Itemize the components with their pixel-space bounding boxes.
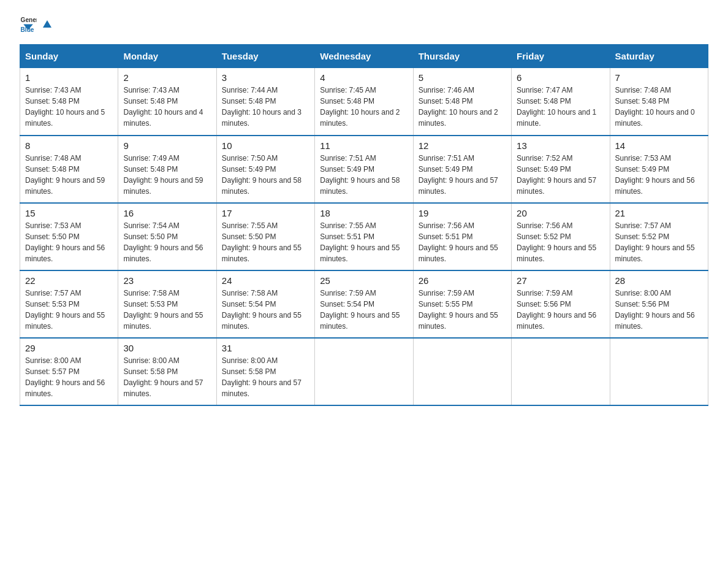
calendar-cell: 3Sunrise: 7:44 AMSunset: 5:48 PMDaylight… — [216, 68, 314, 136]
day-number: 21 — [615, 208, 703, 218]
column-header-sunday: Sunday — [20, 45, 118, 68]
logo-triangle-icon — [40, 17, 54, 30]
calendar-week-row: 8Sunrise: 7:48 AMSunset: 5:48 PMDaylight… — [20, 136, 708, 203]
calendar-cell: 20Sunrise: 7:56 AMSunset: 5:52 PMDayligh… — [512, 203, 610, 270]
day-info: Sunrise: 7:43 AMSunset: 5:48 PMDaylight:… — [123, 85, 211, 129]
day-info: Sunrise: 7:59 AMSunset: 5:55 PMDaylight:… — [419, 288, 506, 332]
calendar-week-row: 1Sunrise: 7:43 AMSunset: 5:48 PMDaylight… — [20, 68, 708, 136]
calendar-cell: 8Sunrise: 7:48 AMSunset: 5:48 PMDaylight… — [20, 136, 118, 203]
day-info: Sunrise: 7:43 AMSunset: 5:48 PMDaylight:… — [25, 85, 113, 129]
day-info: Sunrise: 7:46 AMSunset: 5:48 PMDaylight:… — [419, 85, 506, 129]
calendar-cell: 16Sunrise: 7:54 AMSunset: 5:50 PMDayligh… — [118, 203, 216, 270]
day-number: 11 — [320, 140, 408, 151]
day-number: 6 — [517, 72, 604, 83]
calendar-week-row: 22Sunrise: 7:57 AMSunset: 5:53 PMDayligh… — [20, 270, 708, 338]
day-number: 15 — [25, 208, 113, 218]
day-info: Sunrise: 7:49 AMSunset: 5:48 PMDaylight:… — [123, 153, 211, 197]
calendar-cell: 10Sunrise: 7:50 AMSunset: 5:49 PMDayligh… — [216, 136, 314, 203]
logo-icon: General Blue — [20, 15, 37, 32]
column-header-wednesday: Wednesday — [315, 45, 413, 68]
day-info: Sunrise: 7:50 AMSunset: 5:49 PMDaylight:… — [222, 153, 309, 197]
day-number: 14 — [615, 140, 703, 151]
calendar-cell: 13Sunrise: 7:52 AMSunset: 5:49 PMDayligh… — [512, 136, 610, 203]
day-number: 4 — [320, 72, 408, 83]
day-number: 22 — [25, 275, 113, 286]
day-info: Sunrise: 7:44 AMSunset: 5:48 PMDaylight:… — [222, 85, 309, 129]
day-number: 28 — [615, 275, 703, 286]
calendar-table: SundayMondayTuesdayWednesdayThursdayFrid… — [20, 44, 708, 406]
day-info: Sunrise: 7:56 AMSunset: 5:51 PMDaylight:… — [419, 220, 506, 264]
svg-text:Blue: Blue — [21, 26, 34, 32]
day-number: 29 — [25, 343, 113, 353]
day-number: 8 — [25, 140, 113, 151]
day-number: 24 — [222, 275, 309, 286]
calendar-cell: 25Sunrise: 7:59 AMSunset: 5:54 PMDayligh… — [315, 270, 413, 338]
calendar-cell: 5Sunrise: 7:46 AMSunset: 5:48 PMDaylight… — [413, 68, 511, 136]
day-info: Sunrise: 7:47 AMSunset: 5:48 PMDaylight:… — [517, 85, 604, 129]
column-header-thursday: Thursday — [413, 45, 511, 68]
day-number: 16 — [123, 208, 211, 218]
column-header-tuesday: Tuesday — [216, 45, 314, 68]
page-header: General Blue — [20, 15, 708, 32]
day-info: Sunrise: 7:54 AMSunset: 5:50 PMDaylight:… — [123, 220, 211, 264]
calendar-cell: 29Sunrise: 8:00 AMSunset: 5:57 PMDayligh… — [20, 338, 118, 405]
calendar-cell — [512, 338, 610, 405]
calendar-cell: 23Sunrise: 7:58 AMSunset: 5:53 PMDayligh… — [118, 270, 216, 338]
calendar-cell: 2Sunrise: 7:43 AMSunset: 5:48 PMDaylight… — [118, 68, 216, 136]
day-number: 2 — [123, 72, 211, 83]
calendar-cell: 7Sunrise: 7:48 AMSunset: 5:48 PMDaylight… — [610, 68, 708, 136]
calendar-cell: 24Sunrise: 7:58 AMSunset: 5:54 PMDayligh… — [216, 270, 314, 338]
calendar-cell — [413, 338, 511, 405]
day-number: 25 — [320, 275, 408, 286]
day-info: Sunrise: 7:57 AMSunset: 5:52 PMDaylight:… — [615, 220, 703, 264]
calendar-cell: 30Sunrise: 8:00 AMSunset: 5:58 PMDayligh… — [118, 338, 216, 405]
calendar-cell: 21Sunrise: 7:57 AMSunset: 5:52 PMDayligh… — [610, 203, 708, 270]
day-info: Sunrise: 7:57 AMSunset: 5:53 PMDaylight:… — [25, 288, 113, 332]
calendar-cell: 26Sunrise: 7:59 AMSunset: 5:55 PMDayligh… — [413, 270, 511, 338]
calendar-cell: 6Sunrise: 7:47 AMSunset: 5:48 PMDaylight… — [512, 68, 610, 136]
day-info: Sunrise: 7:51 AMSunset: 5:49 PMDaylight:… — [320, 153, 408, 197]
day-info: Sunrise: 8:00 AMSunset: 5:57 PMDaylight:… — [25, 355, 113, 399]
day-info: Sunrise: 7:53 AMSunset: 5:49 PMDaylight:… — [615, 153, 703, 197]
calendar-cell: 31Sunrise: 8:00 AMSunset: 5:58 PMDayligh… — [216, 338, 314, 405]
day-info: Sunrise: 7:55 AMSunset: 5:50 PMDaylight:… — [222, 220, 309, 264]
day-info: Sunrise: 7:48 AMSunset: 5:48 PMDaylight:… — [25, 153, 113, 197]
day-number: 18 — [320, 208, 408, 218]
day-info: Sunrise: 7:53 AMSunset: 5:50 PMDaylight:… — [25, 220, 113, 264]
day-number: 19 — [419, 208, 506, 218]
day-number: 20 — [517, 208, 604, 218]
day-info: Sunrise: 7:59 AMSunset: 5:54 PMDaylight:… — [320, 288, 408, 332]
calendar-cell: 4Sunrise: 7:45 AMSunset: 5:48 PMDaylight… — [315, 68, 413, 136]
calendar-cell: 14Sunrise: 7:53 AMSunset: 5:49 PMDayligh… — [610, 136, 708, 203]
day-number: 5 — [419, 72, 506, 83]
calendar-cell: 15Sunrise: 7:53 AMSunset: 5:50 PMDayligh… — [20, 203, 118, 270]
calendar-cell: 18Sunrise: 7:55 AMSunset: 5:51 PMDayligh… — [315, 203, 413, 270]
day-number: 30 — [123, 343, 211, 353]
calendar-cell: 17Sunrise: 7:55 AMSunset: 5:50 PMDayligh… — [216, 203, 314, 270]
day-number: 9 — [123, 140, 211, 151]
day-number: 23 — [123, 275, 211, 286]
calendar-cell: 12Sunrise: 7:51 AMSunset: 5:49 PMDayligh… — [413, 136, 511, 203]
day-info: Sunrise: 7:59 AMSunset: 5:56 PMDaylight:… — [517, 288, 604, 332]
day-info: Sunrise: 7:58 AMSunset: 5:54 PMDaylight:… — [222, 288, 309, 332]
day-info: Sunrise: 7:48 AMSunset: 5:48 PMDaylight:… — [615, 85, 703, 129]
svg-marker-3 — [43, 20, 51, 28]
calendar-cell: 11Sunrise: 7:51 AMSunset: 5:49 PMDayligh… — [315, 136, 413, 203]
svg-text:General: General — [21, 17, 37, 23]
calendar-cell — [315, 338, 413, 405]
day-number: 1 — [25, 72, 113, 83]
column-header-monday: Monday — [118, 45, 216, 68]
day-number: 26 — [419, 275, 506, 286]
calendar-cell: 9Sunrise: 7:49 AMSunset: 5:48 PMDaylight… — [118, 136, 216, 203]
day-number: 31 — [222, 343, 309, 353]
column-header-friday: Friday — [512, 45, 610, 68]
calendar-header-row: SundayMondayTuesdayWednesdayThursdayFrid… — [20, 45, 708, 68]
day-info: Sunrise: 7:45 AMSunset: 5:48 PMDaylight:… — [320, 85, 408, 129]
calendar-cell: 19Sunrise: 7:56 AMSunset: 5:51 PMDayligh… — [413, 203, 511, 270]
calendar-cell — [610, 338, 708, 405]
calendar-cell: 28Sunrise: 8:00 AMSunset: 5:56 PMDayligh… — [610, 270, 708, 338]
logo: General Blue — [20, 15, 55, 32]
day-number: 3 — [222, 72, 309, 83]
day-info: Sunrise: 7:52 AMSunset: 5:49 PMDaylight:… — [517, 153, 604, 197]
day-number: 12 — [419, 140, 506, 151]
